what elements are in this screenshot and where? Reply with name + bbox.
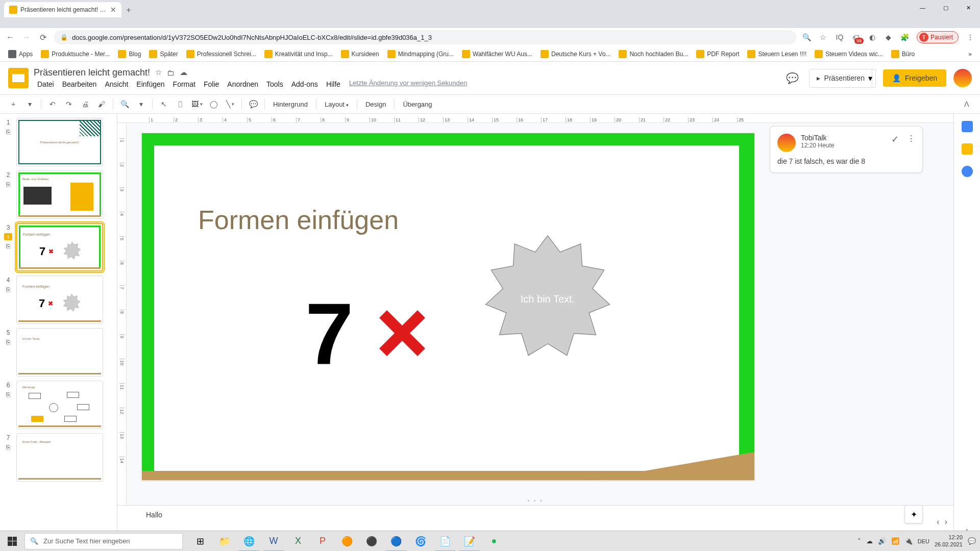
star-shape[interactable]: Ich bin Text. — [479, 230, 617, 368]
powerpoint-icon[interactable]: P — [310, 531, 335, 552]
paint-format-button[interactable]: 🖌 — [94, 97, 109, 111]
comment-tool[interactable]: 💬 — [246, 97, 260, 111]
comments-button[interactable]: 💬 — [783, 69, 802, 87]
notepad-icon[interactable]: 📝 — [457, 531, 482, 552]
slides-logo-icon[interactable] — [8, 68, 29, 88]
select-tool[interactable]: ↖ — [157, 97, 171, 111]
shape-text[interactable]: Ich bin Text. — [521, 293, 575, 305]
share-button[interactable]: 👤 Freigeben — [883, 69, 946, 87]
bookmark-overflow[interactable]: » — [965, 48, 975, 60]
zoom-dropdown[interactable]: ▾ — [134, 97, 148, 111]
new-slide-button[interactable]: + — [6, 97, 20, 111]
redo-button[interactable]: ↷ — [62, 97, 76, 111]
spotify-icon[interactable]: ● — [482, 531, 506, 552]
new-slide-dropdown[interactable]: ▾ — [22, 97, 37, 111]
undo-button[interactable]: ↶ — [45, 97, 60, 111]
move-icon[interactable]: 🗀 — [167, 68, 175, 77]
resolve-icon[interactable]: ✓ — [891, 134, 899, 145]
menu-format[interactable]: Format — [169, 79, 199, 89]
reload-button[interactable]: ⟳ — [38, 32, 48, 42]
calendar-icon[interactable] — [962, 121, 973, 132]
bookmark-item[interactable]: Deutsche Kurs + Vo... — [537, 48, 614, 60]
bookmark-item[interactable]: Wahlfächer WU Aus... — [459, 48, 535, 60]
profile-status[interactable]: T Pausiert — [917, 31, 959, 43]
extension-icon-3[interactable]: ◐ — [868, 33, 877, 42]
keep-icon[interactable] — [962, 143, 973, 155]
chrome-icon[interactable]: 🔵 — [384, 531, 408, 552]
extension-icon-2[interactable]: 🏷99 — [851, 33, 861, 42]
line-tool[interactable]: ╲ — [223, 97, 237, 111]
present-dropdown[interactable]: ▾ — [865, 69, 876, 88]
comment-menu-icon[interactable]: ⋮ — [907, 134, 915, 143]
canvas-stage[interactable]: Formen einfügen 7 Ich bin Text. — [127, 123, 953, 505]
volume-icon[interactable]: 🔊 — [878, 537, 886, 545]
cloud-status-icon[interactable]: ☁ — [180, 68, 187, 77]
chrome-menu-icon[interactable]: ⋮ — [966, 33, 975, 42]
bookmark-item[interactable]: Steuern Videos wic... — [812, 48, 886, 60]
task-view-icon[interactable]: ⊞ — [188, 531, 212, 552]
extensions-menu-icon[interactable]: 🧩 — [900, 33, 910, 42]
slide-canvas[interactable]: Formen einfügen 7 Ich bin Text. — [142, 133, 754, 480]
excel-icon[interactable]: X — [286, 531, 310, 552]
taskbar-search[interactable]: 🔍 Zur Suche Text hier eingeben — [24, 533, 183, 549]
bookmark-item[interactable]: Später — [146, 48, 181, 60]
new-tab-button[interactable]: + — [121, 3, 136, 17]
slide-thumb-6[interactable]: Mindmap — [16, 381, 103, 429]
design-button[interactable]: Design — [361, 101, 390, 108]
slide-thumb-4[interactable]: Formen einfügen7✖ — [16, 276, 103, 324]
tray-chevron-icon[interactable]: ˄ — [857, 537, 861, 545]
app-icon[interactable]: 🟠 — [335, 531, 359, 552]
maximize-button[interactable]: ▢ — [934, 0, 957, 15]
menu-view[interactable]: Ansicht — [101, 79, 132, 89]
menu-addons[interactable]: Add-ons — [288, 79, 322, 89]
app-icon-3[interactable]: 📄 — [433, 531, 457, 552]
textbox-tool[interactable]: ⌷ — [173, 97, 187, 111]
back-button[interactable]: ← — [5, 32, 15, 42]
menu-arrange[interactable]: Anordnen — [224, 79, 262, 89]
minimize-button[interactable]: — — [911, 0, 934, 15]
bookmark-item[interactable]: Blog — [115, 48, 144, 60]
collapse-toolbar-icon[interactable]: ᐱ — [960, 97, 974, 111]
bookmark-item[interactable]: Büro — [888, 48, 918, 60]
bookmark-item[interactable]: Steuern Lesen !!!! — [744, 48, 810, 60]
layout-button[interactable]: Layout — [321, 101, 353, 108]
notes-drag-handle[interactable]: • • • — [527, 498, 543, 504]
red-cross-shape[interactable] — [377, 307, 428, 371]
tasks-icon[interactable] — [962, 166, 973, 177]
background-button[interactable]: Hintergrund — [269, 101, 312, 108]
bookmark-star-icon[interactable]: ☆ — [819, 33, 828, 42]
comment-card[interactable]: TobiTalk 12:20 Heute ✓ ⋮ die 7 ist falsc… — [770, 126, 923, 173]
bookmark-item[interactable]: Produktsuche - Mer... — [38, 48, 113, 60]
green-frame-shape[interactable] — [142, 133, 754, 480]
bookmark-item[interactable]: Mindmapping (Gru... — [384, 48, 457, 60]
edge-new-icon[interactable]: 🌀 — [408, 531, 433, 552]
battery-icon[interactable]: 🔌 — [904, 537, 913, 545]
edge-icon[interactable]: 🌐 — [237, 531, 261, 552]
slide-thumb-7[interactable]: Erste Folie - Beispiel — [16, 433, 103, 482]
menu-help[interactable]: Hilfe — [323, 79, 344, 89]
next-arrow-icon[interactable]: › — [945, 517, 947, 527]
document-title[interactable]: Präsentieren leicht gemacht! — [34, 67, 150, 78]
menu-file[interactable]: Datei — [34, 79, 58, 89]
language-indicator[interactable]: DEU — [918, 538, 929, 544]
taskbar-clock[interactable]: 12:20 26.02.2021 — [935, 534, 963, 547]
slide-thumb-3[interactable]: Formen einfügen7✖ — [16, 223, 103, 271]
close-tab-icon[interactable]: ✕ — [110, 6, 116, 14]
bookmark-item[interactable]: Kreativität und Insp... — [261, 48, 336, 60]
onedrive-icon[interactable]: ☁ — [866, 537, 873, 545]
url-field[interactable]: 🔒 docs.google.com/presentation/d/1yV372S… — [54, 30, 796, 44]
slide-title[interactable]: Formen einfügen — [198, 205, 399, 235]
menu-insert[interactable]: Einfügen — [133, 79, 168, 89]
zoom-button[interactable]: 🔍 — [117, 97, 132, 111]
speaker-notes[interactable]: Hallo — [117, 505, 953, 534]
big-number-text[interactable]: 7 — [305, 284, 354, 384]
app-icon-2[interactable]: ⚫ — [359, 531, 384, 552]
bookmark-apps[interactable]: Apps — [5, 48, 36, 60]
close-window-button[interactable]: ✕ — [957, 0, 980, 15]
slide-thumb-2[interactable]: Bilder und Grafiken — [16, 170, 103, 219]
word-icon[interactable]: W — [261, 531, 286, 552]
menu-slide[interactable]: Folie — [200, 79, 223, 89]
prev-arrow-icon[interactable]: ‹ — [937, 517, 939, 527]
wifi-icon[interactable]: 📶 — [891, 537, 899, 545]
explorer-icon[interactable]: 📁 — [212, 531, 237, 552]
